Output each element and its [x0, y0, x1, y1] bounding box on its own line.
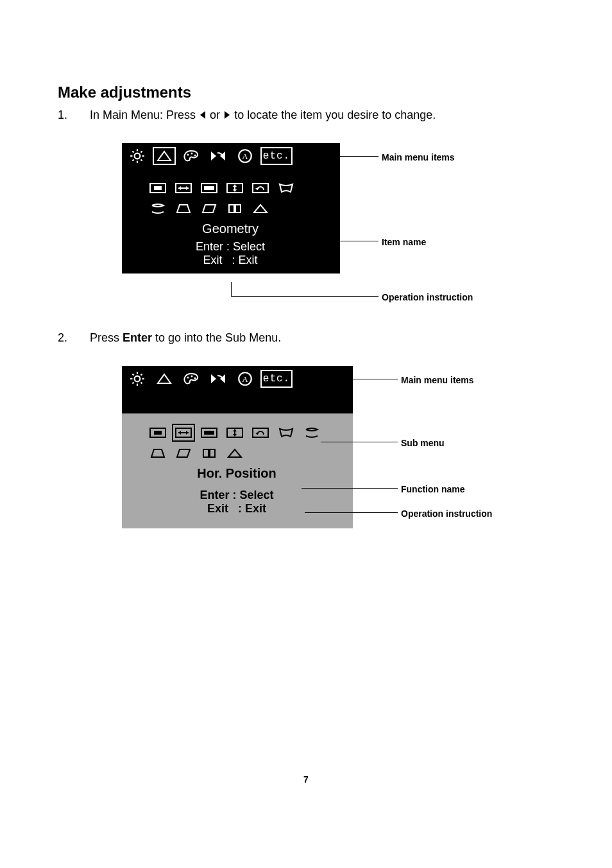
svg-marker-34 [203, 205, 216, 213]
language-icon: A [234, 147, 257, 165]
vpos-icon [225, 180, 245, 196]
trapezoid-icon [173, 201, 194, 216]
palette-icon [180, 370, 203, 388]
svg-marker-15 [211, 152, 216, 161]
svg-line-45 [140, 382, 142, 383]
submenu-icons-2 [148, 425, 327, 461]
annotation-main-menu-items-2: Main menu items [401, 375, 474, 385]
svg-rect-35 [229, 205, 234, 213]
svg-line-46 [132, 382, 133, 383]
hsize-icon [148, 425, 168, 440]
corner-icon [250, 201, 271, 216]
right-arrow-icon [223, 110, 231, 120]
svg-marker-24 [186, 186, 189, 190]
parallel-icon [199, 201, 219, 216]
etc-box: etc. [260, 147, 293, 165]
recall-icon [207, 370, 230, 388]
pinbalance-icon [302, 425, 322, 440]
svg-line-9 [132, 159, 133, 161]
osd-function-name: Hor. Position [128, 466, 345, 481]
svg-marker-52 [211, 374, 216, 383]
svg-rect-26 [204, 186, 214, 190]
osd-panel: Geometry Enter : Select Exit : Exit [122, 169, 340, 273]
brightness-icon [126, 147, 149, 165]
svg-rect-36 [235, 205, 241, 213]
svg-point-2 [135, 153, 140, 159]
svg-marker-60 [178, 431, 181, 435]
svg-rect-73 [210, 449, 215, 457]
svg-marker-66 [233, 429, 237, 431]
svg-marker-61 [186, 431, 189, 435]
language-icon: A [234, 370, 257, 388]
step-2: 2. Press Enter to go into the Sub Menu. [58, 329, 554, 347]
svg-marker-11 [158, 152, 171, 161]
annotation-sub-menu: Sub menu [401, 438, 445, 448]
svg-line-47 [140, 374, 142, 375]
annotation-operation-instruction: Operation instruction [382, 292, 473, 302]
svg-line-8 [140, 159, 142, 161]
svg-marker-53 [220, 374, 225, 383]
svg-marker-16 [220, 152, 225, 161]
annotation-item-name: Item name [382, 237, 426, 247]
annotation-operation-instruction-2: Operation instruction [401, 508, 492, 519]
vsize-icon [199, 180, 219, 196]
svg-point-12 [187, 154, 189, 156]
svg-rect-20 [154, 186, 162, 190]
geometry-icon [153, 147, 176, 165]
pinbalance-icon [148, 201, 168, 216]
pincushion-icon [276, 180, 296, 196]
svg-marker-32 [255, 188, 259, 190]
svg-point-50 [191, 376, 193, 378]
svg-point-14 [194, 155, 196, 157]
rotate-icon [250, 180, 271, 196]
vsize-icon [199, 425, 219, 440]
palette-icon [180, 147, 203, 165]
svg-point-49 [187, 377, 189, 379]
rotate-icon [250, 425, 271, 440]
svg-rect-68 [253, 428, 268, 437]
osd-operation-lines: Enter : Select Exit : Exit [128, 240, 332, 267]
svg-marker-23 [178, 186, 181, 190]
trapezoid-icon [148, 446, 168, 461]
svg-point-39 [135, 376, 140, 382]
step-1-text: In Main Menu: Press or to locate the ite… [90, 107, 554, 124]
annotation-main-menu-items: Main menu items [382, 152, 455, 162]
svg-marker-74 [228, 449, 241, 457]
keystone-icon [199, 446, 219, 461]
step-2-text: Press Enter to go into the Sub Menu. [90, 329, 554, 347]
submenu-icons [148, 180, 314, 216]
left-arrow-icon [199, 110, 207, 120]
osd-blankbar [122, 392, 353, 413]
svg-point-13 [191, 153, 193, 155]
page-heading: Make adjustments [58, 83, 554, 101]
hpos-icon [173, 425, 194, 440]
svg-rect-57 [154, 431, 162, 435]
geometry-icon [153, 370, 176, 388]
svg-marker-69 [255, 433, 259, 435]
figure-1: A etc. Geometry Enter : Select Exit : Ex… [122, 143, 526, 304]
step-2-number: 2. [58, 331, 90, 345]
svg-line-10 [140, 151, 142, 152]
osd-operation-lines-2: Enter : Select Exit : Exit [128, 485, 345, 522]
hsize-icon [148, 180, 168, 196]
svg-rect-63 [204, 431, 214, 435]
hpos-icon [173, 180, 194, 196]
vpos-icon [225, 425, 245, 440]
svg-marker-70 [151, 449, 164, 457]
etc-box: etc. [260, 370, 293, 388]
step-1: 1. In Main Menu: Press or to locate the … [58, 107, 554, 124]
figure-2: A etc. Hor. Position Enter : Select Exit… [122, 366, 571, 552]
svg-marker-33 [177, 205, 190, 213]
svg-marker-30 [233, 189, 237, 192]
svg-rect-72 [203, 449, 208, 457]
pincushion-icon [276, 425, 296, 440]
svg-marker-37 [254, 205, 267, 213]
svg-line-7 [132, 151, 133, 152]
keystone-icon [225, 201, 245, 216]
svg-point-51 [194, 378, 196, 379]
brightness-icon [126, 370, 149, 388]
svg-marker-0 [200, 111, 205, 119]
osd-item-name: Geometry [128, 221, 332, 236]
svg-line-44 [132, 374, 133, 375]
svg-text:A: A [242, 374, 248, 384]
